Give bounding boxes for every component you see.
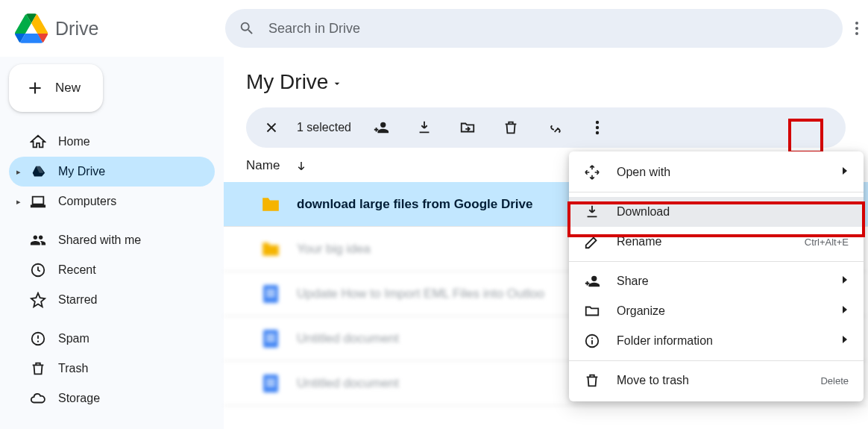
- plus-icon: [25, 78, 45, 98]
- folder-icon: [261, 239, 280, 259]
- logo-area[interactable]: Drive: [9, 13, 225, 43]
- menu-item-label: Download: [617, 205, 670, 219]
- sidebar-item-label: Starred: [58, 293, 97, 307]
- sidebar-item-starred[interactable]: Starred: [9, 285, 215, 315]
- home-icon: [30, 134, 46, 150]
- computers-icon: [30, 193, 46, 210]
- svg-point-5: [37, 341, 39, 342]
- sidebar-item-label: Recent: [58, 263, 96, 277]
- delete-button[interactable]: [497, 114, 524, 141]
- folder-icon: [261, 195, 280, 214]
- menu-open-with[interactable]: Open with: [569, 157, 864, 187]
- cloud-icon: [30, 390, 46, 407]
- sidebar-item-computers[interactable]: Computers: [9, 187, 215, 216]
- sidebar-item-label: Spam: [58, 332, 89, 345]
- menu-separator: [569, 261, 864, 262]
- menu-download[interactable]: Download: [569, 197, 864, 227]
- breadcrumb-label: My Drive: [246, 70, 328, 94]
- file-name: Untitled document: [297, 331, 399, 346]
- menu-item-label: Move to trash: [617, 374, 689, 387]
- new-button-label: New: [55, 81, 81, 95]
- menu-share[interactable]: Share: [569, 266, 864, 296]
- drive-icon: [30, 163, 46, 180]
- more-actions-button[interactable]: [584, 114, 611, 141]
- svg-point-6: [596, 121, 599, 124]
- trash-icon: [584, 372, 600, 389]
- chevron-right-icon: [841, 166, 849, 179]
- header-more-icon[interactable]: [843, 21, 859, 36]
- trash-icon: [30, 360, 46, 377]
- clock-icon: [30, 262, 46, 278]
- sidebar-item-label: Shared with me: [58, 234, 141, 247]
- menu-separator: [569, 360, 864, 361]
- menu-organize[interactable]: Organize: [569, 296, 864, 326]
- drive-logo-icon: [15, 13, 48, 43]
- link-icon: [546, 119, 562, 136]
- docs-icon: [261, 284, 280, 304]
- download-icon: [416, 119, 433, 136]
- spam-icon: [30, 331, 46, 347]
- sidebar-item-label: Trash: [58, 362, 88, 375]
- docs-icon: [261, 329, 280, 348]
- sidebar-item-home[interactable]: Home: [9, 127, 215, 157]
- sidebar-item-recent[interactable]: Recent: [9, 255, 215, 285]
- sidebar-item-my-drive[interactable]: My Drive: [9, 157, 215, 187]
- menu-item-label: Folder information: [617, 334, 713, 348]
- menu-separator: [569, 192, 864, 192]
- menu-folder-info[interactable]: Folder information: [569, 326, 864, 356]
- move-button[interactable]: [454, 114, 481, 141]
- sidebar-item-spam[interactable]: Spam: [9, 324, 215, 354]
- selection-count: 1 selected: [297, 121, 351, 134]
- new-button[interactable]: New: [9, 64, 103, 112]
- menu-shortcut: Delete: [820, 375, 849, 386]
- sidebar-item-label: Home: [58, 135, 90, 148]
- menu-rename[interactable]: Rename Ctrl+Alt+E: [569, 227, 864, 257]
- svg-point-8: [596, 131, 599, 134]
- sidebar-item-label: Computers: [58, 195, 116, 208]
- open-with-icon: [584, 164, 600, 181]
- info-icon: [584, 333, 600, 349]
- menu-item-label: Share: [617, 275, 649, 288]
- star-icon: [30, 292, 46, 308]
- svg-point-1: [855, 27, 858, 30]
- breadcrumb[interactable]: My Drive: [224, 70, 868, 107]
- person-add-icon: [584, 273, 600, 289]
- share-button[interactable]: [368, 114, 394, 141]
- context-menu: Open with Download Rename Ctrl+Alt+E Sha…: [569, 151, 864, 401]
- clear-selection-button[interactable]: [258, 114, 285, 141]
- search-icon: [239, 20, 255, 37]
- chevron-right-icon: [841, 304, 849, 318]
- menu-item-label: Organize: [617, 304, 665, 318]
- move-folder-icon: [459, 119, 476, 136]
- menu-shortcut: Ctrl+Alt+E: [805, 237, 849, 248]
- search-bar[interactable]: [225, 9, 843, 48]
- file-name: download large files from Google Drive: [297, 197, 532, 212]
- sidebar-item-shared[interactable]: Shared with me: [9, 225, 215, 255]
- person-add-icon: [373, 119, 389, 136]
- file-name: Untitled document: [297, 376, 399, 391]
- sidebar-item-trash[interactable]: Trash: [9, 354, 215, 383]
- svg-point-10: [591, 337, 593, 339]
- selection-action-bar: 1 selected: [246, 107, 846, 148]
- sidebar-item-label: Storage: [58, 392, 100, 405]
- chevron-down-icon: [331, 78, 343, 90]
- svg-point-2: [855, 32, 858, 35]
- sidebar-item-label: My Drive: [58, 165, 105, 178]
- link-button[interactable]: [541, 114, 567, 141]
- sidebar-item-storage[interactable]: Storage: [9, 383, 215, 413]
- svg-point-7: [596, 126, 599, 129]
- file-name: Update How to Import EML Files into Outl…: [297, 286, 544, 301]
- sort-arrow-down-icon: [295, 160, 308, 173]
- menu-move-to-trash[interactable]: Move to trash Delete: [569, 366, 864, 395]
- people-icon: [30, 232, 46, 248]
- download-icon: [584, 204, 600, 220]
- search-input[interactable]: [268, 21, 829, 37]
- download-button[interactable]: [411, 114, 438, 141]
- chevron-right-icon: [841, 275, 849, 288]
- header: Drive: [0, 0, 868, 57]
- more-vertical-icon: [595, 120, 600, 135]
- name-column-label: Name: [246, 158, 280, 173]
- svg-point-0: [855, 22, 858, 25]
- pencil-icon: [584, 234, 600, 250]
- sidebar: New Home My Drive Computers Shared with …: [0, 57, 224, 429]
